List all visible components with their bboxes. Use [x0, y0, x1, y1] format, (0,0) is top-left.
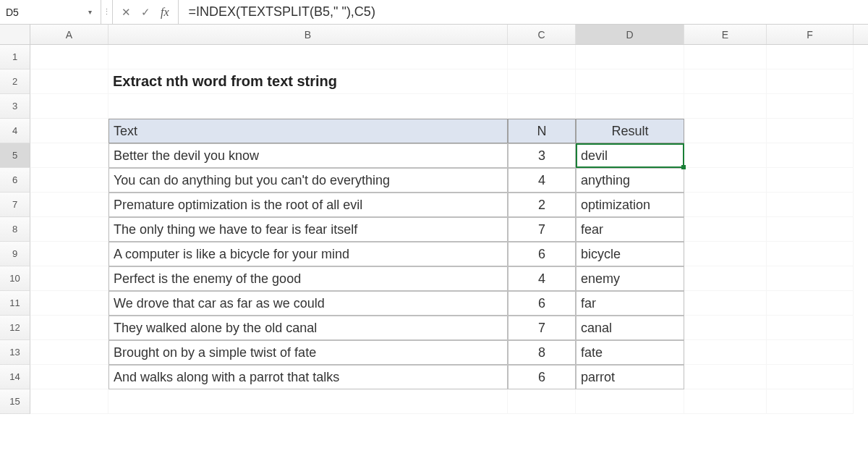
- col-header-B[interactable]: B: [109, 25, 508, 44]
- cancel-icon[interactable]: ✕: [122, 6, 131, 19]
- cell-A7[interactable]: [30, 193, 109, 217]
- name-box[interactable]: D5 ▾: [0, 0, 101, 24]
- col-header-C[interactable]: C: [508, 25, 576, 44]
- cell-A6[interactable]: [30, 168, 109, 193]
- cell-F9[interactable]: [767, 242, 854, 266]
- cell-B10[interactable]: Perfect is the enemy of the good: [109, 266, 508, 291]
- cell-C14[interactable]: 6: [508, 365, 576, 389]
- cell-E12[interactable]: [684, 316, 767, 340]
- select-all-corner[interactable]: [0, 25, 30, 44]
- cell-F10[interactable]: [767, 266, 854, 291]
- row-header-6[interactable]: 6: [0, 168, 30, 193]
- cell-C15[interactable]: [508, 389, 576, 414]
- cell-B1[interactable]: [109, 45, 508, 69]
- fill-handle[interactable]: [681, 165, 686, 169]
- table-header-result[interactable]: Result: [576, 119, 684, 143]
- cell-C8[interactable]: 7: [508, 217, 576, 242]
- cell-F2[interactable]: [767, 69, 854, 94]
- cell-D2[interactable]: [576, 69, 684, 94]
- row-header-15[interactable]: 15: [0, 389, 30, 414]
- cell-E2[interactable]: [684, 69, 767, 94]
- cell-F5[interactable]: [767, 143, 854, 168]
- cell-F8[interactable]: [767, 217, 854, 242]
- cell-F11[interactable]: [767, 291, 854, 316]
- table-header-n[interactable]: N: [508, 119, 576, 143]
- cell-E5[interactable]: [684, 143, 767, 168]
- cell-F6[interactable]: [767, 168, 854, 193]
- row-header-4[interactable]: 4: [0, 119, 30, 143]
- row-header-8[interactable]: 8: [0, 217, 30, 242]
- cell-B8[interactable]: The only thing we have to fear is fear i…: [109, 217, 508, 242]
- cell-C11[interactable]: 6: [508, 291, 576, 316]
- cell-A15[interactable]: [30, 389, 109, 414]
- formula-input[interactable]: =INDEX(TEXTSPLIT(B5," "),C5): [179, 4, 868, 20]
- cell-C12[interactable]: 7: [508, 316, 576, 340]
- confirm-icon[interactable]: ✓: [141, 6, 150, 19]
- cell-E14[interactable]: [684, 365, 767, 389]
- cell-A10[interactable]: [30, 266, 109, 291]
- cell-D12[interactable]: canal: [576, 316, 684, 340]
- cell-E9[interactable]: [684, 242, 767, 266]
- row-header-11[interactable]: 11: [0, 291, 30, 316]
- cell-A3[interactable]: [30, 94, 109, 119]
- cell-F4[interactable]: [767, 119, 854, 143]
- cell-D3[interactable]: [576, 94, 684, 119]
- fx-icon[interactable]: fx: [161, 6, 169, 19]
- cell-F14[interactable]: [767, 365, 854, 389]
- cell-A12[interactable]: [30, 316, 109, 340]
- cell-E10[interactable]: [684, 266, 767, 291]
- cell-D8[interactable]: fear: [576, 217, 684, 242]
- cell-F7[interactable]: [767, 193, 854, 217]
- col-header-D[interactable]: D: [576, 25, 684, 44]
- cell-A1[interactable]: [30, 45, 109, 69]
- cell-C3[interactable]: [508, 94, 576, 119]
- cell-B3[interactable]: [109, 94, 508, 119]
- cell-B13[interactable]: Brought on by a simple twist of fate: [109, 340, 508, 365]
- cell-B7[interactable]: Premature optimization is the root of al…: [109, 193, 508, 217]
- cell-D1[interactable]: [576, 45, 684, 69]
- cell-C5[interactable]: 3: [508, 143, 576, 168]
- cell-B12[interactable]: They walked alone by the old canal: [109, 316, 508, 340]
- cell-C10[interactable]: 4: [508, 266, 576, 291]
- cell-D11[interactable]: far: [576, 291, 684, 316]
- cell-E1[interactable]: [684, 45, 767, 69]
- cell-C1[interactable]: [508, 45, 576, 69]
- cell-B15[interactable]: [109, 389, 508, 414]
- cell-D10[interactable]: enemy: [576, 266, 684, 291]
- table-header-text[interactable]: Text: [109, 119, 508, 143]
- cell-D6[interactable]: anything: [576, 168, 684, 193]
- cell-D9[interactable]: bicycle: [576, 242, 684, 266]
- row-header-14[interactable]: 14: [0, 365, 30, 389]
- cell-F1[interactable]: [767, 45, 854, 69]
- cell-A11[interactable]: [30, 291, 109, 316]
- cell-F13[interactable]: [767, 340, 854, 365]
- cell-B14[interactable]: And walks along with a parrot that talks: [109, 365, 508, 389]
- cell-F12[interactable]: [767, 316, 854, 340]
- cell-D13[interactable]: fate: [576, 340, 684, 365]
- col-header-E[interactable]: E: [684, 25, 767, 44]
- cell-B9[interactable]: A computer is like a bicycle for your mi…: [109, 242, 508, 266]
- col-header-A[interactable]: A: [30, 25, 109, 44]
- row-header-12[interactable]: 12: [0, 316, 30, 340]
- cell-D5[interactable]: devil: [576, 143, 684, 168]
- cell-C9[interactable]: 6: [508, 242, 576, 266]
- cell-E3[interactable]: [684, 94, 767, 119]
- cell-A5[interactable]: [30, 143, 109, 168]
- row-header-2[interactable]: 2: [0, 69, 30, 94]
- cell-E7[interactable]: [684, 193, 767, 217]
- cell-A14[interactable]: [30, 365, 109, 389]
- cell-D7[interactable]: optimization: [576, 193, 684, 217]
- cell-A2[interactable]: [30, 69, 109, 94]
- cell-B11[interactable]: We drove that car as far as we could: [109, 291, 508, 316]
- row-header-3[interactable]: 3: [0, 94, 30, 119]
- cell-E11[interactable]: [684, 291, 767, 316]
- cell-E6[interactable]: [684, 168, 767, 193]
- cell-C13[interactable]: 8: [508, 340, 576, 365]
- cell-F15[interactable]: [767, 389, 854, 414]
- cell-F3[interactable]: [767, 94, 854, 119]
- row-header-7[interactable]: 7: [0, 193, 30, 217]
- row-header-1[interactable]: 1: [0, 45, 30, 69]
- cell-B6[interactable]: You can do anything but you can't do eve…: [109, 168, 508, 193]
- cell-D15[interactable]: [576, 389, 684, 414]
- row-header-10[interactable]: 10: [0, 266, 30, 291]
